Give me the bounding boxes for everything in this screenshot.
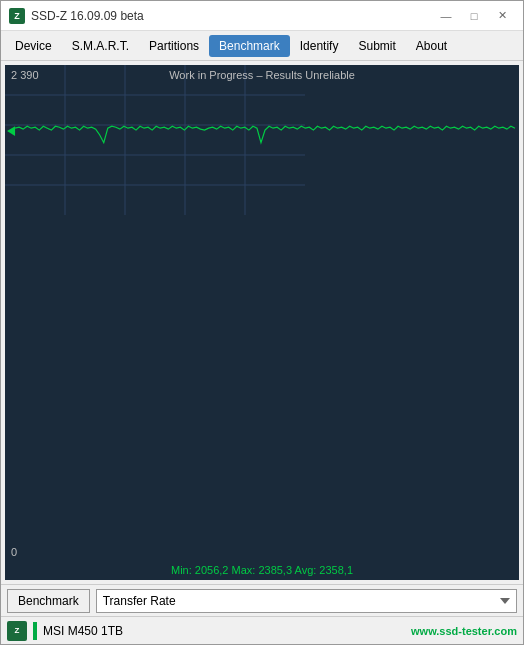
main-window: Z SSD-Z 16.09.09 beta — □ ✕ Device S.M.A… [0,0,524,645]
menu-bar: Device S.M.A.R.T. Partitions Benchmark I… [1,31,523,61]
svg-marker-8 [7,126,15,136]
metric-dropdown[interactable]: Transfer Rate Access Time IOPS [96,589,517,613]
chart-y-max-label: 2 390 [11,69,39,81]
menu-item-identify[interactable]: Identify [290,35,349,57]
chart-y-min-label: 0 [11,546,17,558]
window-controls: — □ ✕ [433,6,515,26]
minimize-button[interactable]: — [433,6,459,26]
close-button[interactable]: ✕ [489,6,515,26]
menu-item-about[interactable]: About [406,35,457,57]
drive-color-bar [33,622,37,640]
controls-bar: Benchmark Transfer Rate Access Time IOPS [1,584,523,616]
chart-waveform [5,65,519,580]
app-icon: Z [9,8,25,24]
maximize-button[interactable]: □ [461,6,487,26]
chart-title: Work in Progress – Results Unreliable [5,69,519,81]
status-bar: Z MSI M450 1TB www.ssd-tester.com [1,616,523,644]
drive-name: MSI M450 1TB [43,624,123,638]
window-title: SSD-Z 16.09.09 beta [31,9,144,23]
benchmark-button[interactable]: Benchmark [7,589,90,613]
title-bar: Z SSD-Z 16.09.09 beta — □ ✕ [1,1,523,31]
menu-item-submit[interactable]: Submit [348,35,405,57]
menu-item-partitions[interactable]: Partitions [139,35,209,57]
status-app-icon: Z [7,621,27,641]
title-bar-left: Z SSD-Z 16.09.09 beta [9,8,144,24]
menu-item-device[interactable]: Device [5,35,62,57]
menu-item-smart[interactable]: S.M.A.R.T. [62,35,139,57]
menu-item-benchmark[interactable]: Benchmark [209,35,290,57]
chart-area: Work in Progress – Results Unreliable 2 … [5,65,519,580]
website-label: www.ssd-tester.com [411,625,517,637]
chart-stats: Min: 2056,2 Max: 2385,3 Avg: 2358,1 [5,564,519,576]
